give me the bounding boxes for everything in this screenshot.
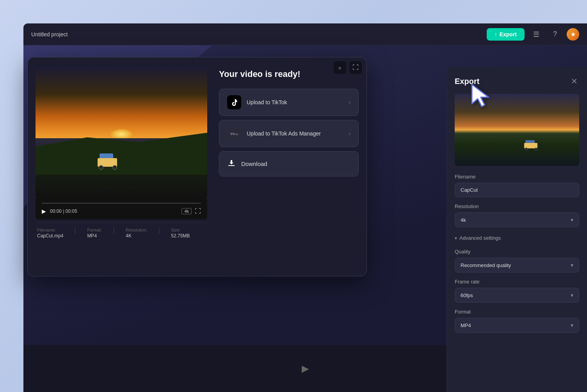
- main-content: ⬦ ⛶: [23, 45, 587, 392]
- export-panel: Export ✕: [446, 67, 587, 392]
- timeline-play-button[interactable]: ▶: [302, 363, 309, 374]
- file-info-resolution: Resolution: 4K: [126, 228, 147, 239]
- download-button[interactable]: Download: [219, 151, 359, 176]
- video-preview-inner: [36, 65, 207, 198]
- upload-tiktok-label: Upload to TikTok: [247, 99, 287, 105]
- upload-tiktok-button[interactable]: Upload to TikTok ›: [219, 89, 359, 116]
- export-button-label: Export: [500, 31, 517, 37]
- file-info-format: Format: MP4: [87, 228, 102, 239]
- quality-group: Quality Recommended quality ▾: [455, 249, 579, 273]
- avatar-icon: ★: [571, 31, 576, 37]
- quality-select[interactable]: Recommended quality ▾: [455, 258, 579, 273]
- play-button[interactable]: ▶: [42, 208, 46, 214]
- current-time: 00:00: [50, 208, 62, 214]
- quality-badge[interactable]: 4k: [181, 208, 192, 214]
- van-wheel-left: [99, 165, 103, 170]
- format-select-value: MP4: [461, 323, 471, 328]
- upload-tiktok-left: Upload to TikTok: [227, 95, 287, 109]
- upload-ads-left: TT Ads Upload to TikTok Ads Manager: [227, 127, 321, 141]
- resolution-label: Resolution:: [126, 228, 147, 232]
- upload-ads-label: Upload to TikTok Ads Manager: [247, 130, 321, 137]
- scene-sky: [36, 65, 207, 138]
- framerate-group: Frame rate 60fps ▾: [455, 279, 579, 303]
- scene-van: [96, 159, 119, 170]
- framerate-chevron-icon: ▾: [571, 292, 573, 298]
- advanced-settings-label: Advanced settings: [459, 235, 501, 241]
- framerate-select-value: 60fps: [461, 292, 473, 298]
- export-panel-title: Export: [455, 77, 479, 86]
- panel-thumb-van: [523, 143, 539, 150]
- upload-ads-button[interactable]: TT Ads Upload to TikTok Ads Manager ›: [219, 120, 359, 147]
- controls-left: ▶ 00:00 | 00:05: [42, 208, 77, 214]
- controls-row: ▶ 00:00 | 00:05 4k ⛶: [42, 208, 201, 215]
- export-panel-header: Export ✕: [447, 67, 587, 94]
- file-info: Filename: CapCut.mp4 Format: MP4 Resolut…: [36, 223, 207, 240]
- format-label: Format:: [87, 228, 102, 232]
- quality-select-value: Recommended quality: [461, 262, 511, 268]
- format-chevron-icon: ▾: [571, 322, 573, 328]
- resolution-group: Resolution 4k ▾: [455, 203, 579, 227]
- file-info-size: Size: 52.75MB: [171, 228, 190, 239]
- filename-group: Filename: [455, 174, 579, 197]
- divider-2: [114, 228, 114, 234]
- fullscreen-icon-button[interactable]: ⛶: [349, 61, 362, 74]
- svg-text:Ads: Ads: [234, 133, 239, 135]
- ready-section: Your video is ready! Upload to TikTok ›: [219, 65, 359, 268]
- panel-thumb-inner: [455, 94, 579, 166]
- filename-value: CapCut.mp4: [37, 233, 63, 239]
- download-label: Download: [241, 160, 267, 167]
- download-icon: [227, 159, 236, 169]
- video-modal: ⬦ ⛶: [27, 57, 367, 276]
- export-panel-close-button[interactable]: ✕: [569, 75, 579, 87]
- resolution-chevron-icon: ▾: [571, 217, 573, 223]
- project-title: Untitled project: [31, 31, 68, 37]
- size-value: 52.75MB: [171, 233, 190, 239]
- panel-form: Filename Resolution 4k ▾ ▾ Advanced sett…: [447, 174, 587, 333]
- panel-thumbnail: [455, 94, 579, 166]
- app-window: Untitled project Export ☰ ? ★ ⬦ ⛶: [23, 23, 587, 392]
- subtitles-icon-button[interactable]: ⬦: [334, 61, 346, 74]
- progress-bar[interactable]: [42, 203, 201, 204]
- top-bar: Untitled project Export ☰ ? ★: [23, 23, 587, 45]
- export-button[interactable]: Export: [487, 28, 525, 41]
- divider-3: [159, 228, 159, 234]
- modal-toolbar: ⬦ ⛶: [334, 61, 362, 74]
- filename-label: Filename:: [37, 228, 63, 232]
- quality-form-label: Quality: [455, 249, 579, 255]
- van-wheel-right: [112, 165, 117, 170]
- format-value: MP4: [87, 233, 102, 239]
- resolution-form-label: Resolution: [455, 203, 579, 209]
- quality-chevron-icon: ▾: [571, 262, 573, 268]
- format-form-label: Format: [455, 309, 579, 315]
- panel-thumb-scene: [455, 94, 579, 166]
- filename-form-label: Filename: [455, 174, 579, 180]
- format-select[interactable]: MP4 ▾: [455, 318, 579, 333]
- advanced-settings-toggle[interactable]: ▾ Advanced settings: [455, 233, 579, 242]
- tiktok-icon: [227, 95, 241, 109]
- ptv-wheel-right: [535, 148, 537, 150]
- resolution-value: 4K: [126, 233, 147, 239]
- size-label: Size:: [171, 228, 190, 232]
- tiktok-chevron-icon: ›: [349, 99, 350, 106]
- advanced-chevron-icon: ▾: [455, 235, 457, 241]
- video-preview: [36, 65, 207, 198]
- ptv-wheel-left: [525, 148, 528, 150]
- format-group: Format MP4 ▾: [455, 309, 579, 333]
- resolution-select-value: 4k: [461, 217, 466, 223]
- avatar[interactable]: ★: [567, 28, 579, 41]
- framerate-form-label: Frame rate: [455, 279, 579, 285]
- tiktok-ads-icon: TT Ads: [227, 127, 241, 141]
- ads-chevron-icon: ›: [349, 130, 350, 137]
- upload-icon: [495, 31, 497, 37]
- resolution-select[interactable]: 4k ▾: [455, 212, 579, 227]
- video-player: ▶ 00:00 | 00:05 4k ⛶: [36, 65, 207, 268]
- framerate-select[interactable]: 60fps ▾: [455, 288, 579, 303]
- menu-icon-button[interactable]: ☰: [529, 27, 543, 41]
- time-display: 00:00 | 00:05: [50, 208, 77, 214]
- top-bar-right: Export ☰ ? ★: [487, 27, 579, 41]
- fullscreen-button[interactable]: ⛶: [195, 208, 201, 215]
- filename-input[interactable]: [455, 183, 579, 197]
- video-controls: ▶ 00:00 | 00:05 4k ⛶: [36, 198, 207, 219]
- divider-1: [75, 228, 75, 234]
- help-icon-button[interactable]: ?: [548, 27, 562, 41]
